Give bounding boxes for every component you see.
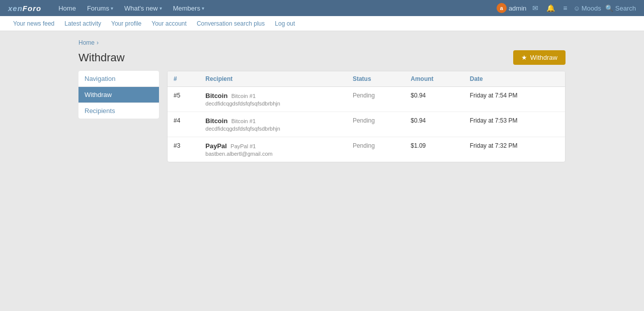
- recipient-label: Bitcoin #1: [231, 93, 256, 99]
- sidebar-item-recipients[interactable]: Recipients: [78, 103, 159, 119]
- cell-amount: $1.09: [405, 137, 464, 162]
- user-menu[interactable]: a admin: [497, 3, 526, 13]
- withdraw-button[interactable]: ★ Withdraw: [513, 50, 566, 65]
- amount-value: $1.09: [411, 142, 426, 149]
- cell-amount: $0.94: [405, 112, 464, 137]
- subnav-conversation-search[interactable]: Conversation search plus: [192, 16, 270, 31]
- amount-value: $0.94: [411, 92, 426, 99]
- breadcrumb-home[interactable]: Home: [78, 39, 95, 46]
- table-row: #4 Bitcoin Bitcoin #1 decdfidcqgdsfdsfqf…: [168, 112, 565, 137]
- cell-date: Friday at 7:32 PM: [464, 137, 565, 162]
- date-value: Friday at 7:54 PM: [470, 92, 518, 99]
- recipient-label: PayPal #1: [230, 143, 256, 149]
- moods-button[interactable]: ☺ Moods: [573, 5, 601, 12]
- nav-forums[interactable]: Forums ▾: [82, 2, 118, 15]
- moods-emoji-icon: ☺: [573, 5, 580, 12]
- cell-status: Pending: [347, 112, 405, 137]
- cell-status: Pending: [347, 137, 405, 162]
- avatar: a: [497, 3, 507, 13]
- subnav-your-profile[interactable]: Your profile: [106, 16, 146, 31]
- sidebar-item-withdraw[interactable]: Withdraw: [78, 87, 159, 103]
- bookmarks-icon[interactable]: ≡: [561, 4, 569, 12]
- nav-whats-new[interactable]: What's new ▾: [119, 2, 167, 15]
- breadcrumb-separator: ›: [97, 39, 99, 46]
- messages-icon[interactable]: ✉: [530, 4, 540, 12]
- nav-members[interactable]: Members ▾: [168, 2, 209, 15]
- subnav-your-account[interactable]: Your account: [146, 16, 192, 31]
- recipient-address: decdfidcqgdsfdsfqfsqfsdbrbhjn: [205, 126, 341, 132]
- col-num: #: [168, 71, 199, 87]
- withdraw-icon: ★: [521, 54, 527, 61]
- page-header: Withdraw ★ Withdraw: [78, 50, 566, 65]
- cell-num: #4: [168, 112, 199, 137]
- page-title: Withdraw: [78, 51, 125, 64]
- col-recipient: Recipient: [199, 71, 347, 87]
- recipient-name: PayPal: [205, 142, 227, 150]
- cell-recipient: Bitcoin Bitcoin #1 decdfidcqgdsfdsfqfsqf…: [199, 87, 347, 112]
- date-value: Friday at 7:53 PM: [470, 117, 518, 124]
- table-header-row: # Recipient Status Amount Date: [168, 71, 565, 87]
- top-bar: xenForo Home Forums ▾ What's new ▾ Membe…: [0, 0, 644, 16]
- breadcrumb: Home ›: [78, 39, 566, 46]
- sub-navigation: Your news feed Latest activity Your prof…: [0, 16, 644, 31]
- main-navigation: Home Forums ▾ What's new ▾ Members ▾: [53, 2, 209, 15]
- table-row: #3 PayPal PayPal #1 bastben.albertl@gmai…: [168, 137, 565, 162]
- status-badge: Pending: [353, 142, 375, 149]
- cell-amount: $0.94: [405, 87, 464, 112]
- main-layout: Navigation Withdraw Recipients # Recipie…: [78, 71, 566, 162]
- date-value: Friday at 7:32 PM: [470, 142, 518, 149]
- amount-value: $0.94: [411, 117, 426, 124]
- recipient-label: Bitcoin #1: [231, 118, 256, 124]
- cell-date: Friday at 7:53 PM: [464, 112, 565, 137]
- status-badge: Pending: [353, 92, 375, 99]
- recipient-name: Bitcoin: [205, 117, 227, 125]
- search-button[interactable]: 🔍 Search: [605, 5, 636, 12]
- status-badge: Pending: [353, 117, 375, 124]
- col-date: Date: [464, 71, 565, 87]
- table-area: # Recipient Status Amount Date #5 Bitcoi…: [167, 71, 566, 162]
- cell-date: Friday at 7:54 PM: [464, 87, 565, 112]
- recipient-address: decdfidcqgdsfdsfqfsqfsdbrbhjn: [205, 100, 341, 107]
- sidebar-item-navigation[interactable]: Navigation: [78, 71, 159, 87]
- col-status: Status: [347, 71, 405, 87]
- alerts-icon[interactable]: 🔔: [544, 4, 557, 12]
- table-row: #5 Bitcoin Bitcoin #1 decdfidcqgdsfdsfqf…: [168, 87, 565, 112]
- whats-new-dropdown-arrow: ▾: [159, 6, 162, 11]
- col-amount: Amount: [405, 71, 464, 87]
- cell-recipient: Bitcoin Bitcoin #1 decdfidcqgdsfdsfqfsqf…: [199, 112, 347, 137]
- nav-home[interactable]: Home: [53, 2, 81, 15]
- content-area: Home › Withdraw ★ Withdraw Navigation Wi…: [70, 39, 574, 162]
- username: admin: [509, 5, 526, 12]
- subnav-latest-activity[interactable]: Latest activity: [59, 16, 106, 31]
- logo: xenForo: [8, 4, 41, 13]
- cell-num: #5: [168, 87, 199, 112]
- withdrawals-table: # Recipient Status Amount Date #5 Bitcoi…: [168, 71, 565, 162]
- right-nav: a admin ✉ 🔔 ≡ ☺ Moods 🔍 Search: [497, 3, 636, 13]
- members-dropdown-arrow: ▾: [202, 6, 204, 11]
- recipient-name: Bitcoin: [205, 92, 227, 99]
- cell-recipient: PayPal PayPal #1 bastben.albertl@gmail.c…: [199, 137, 347, 162]
- subnav-log-out[interactable]: Log out: [270, 16, 300, 31]
- recipient-address: bastben.albertl@gmail.com: [205, 151, 341, 157]
- sidebar: Navigation Withdraw Recipients: [78, 71, 159, 162]
- cell-status: Pending: [347, 87, 405, 112]
- search-icon: 🔍: [605, 5, 613, 12]
- subnav-news-feed[interactable]: Your news feed: [8, 16, 59, 31]
- cell-num: #3: [168, 137, 199, 162]
- forums-dropdown-arrow: ▾: [111, 6, 113, 11]
